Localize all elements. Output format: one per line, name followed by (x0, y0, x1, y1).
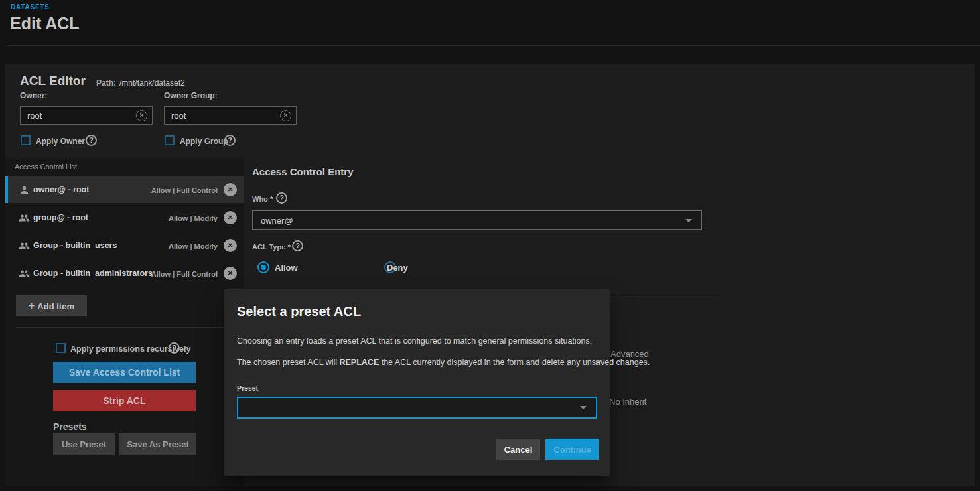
entry-permission: Allow | Modify (169, 214, 218, 222)
apply-owner-checkbox[interactable] (21, 135, 31, 145)
no-inherit-radio-label: No Inherit (609, 397, 646, 407)
apply-group-label: Apply Group (180, 137, 228, 146)
page-title: Edit ACL (10, 14, 80, 33)
save-as-preset-button[interactable]: Save As Preset (119, 433, 196, 455)
apply-recursively-checkbox[interactable] (56, 343, 66, 353)
acl-type-label: ACL Type * (252, 243, 291, 251)
user-icon (19, 184, 30, 196)
list-item[interactable]: Group - builtin_administratorsAllow | Fu… (5, 260, 244, 287)
divider (16, 327, 234, 328)
preset-select[interactable] (237, 397, 597, 419)
plus-icon: + (29, 300, 35, 311)
apply-group-checkbox[interactable] (165, 135, 175, 145)
delete-icon[interactable]: ✕ (224, 267, 237, 280)
group-icon (19, 212, 30, 224)
entry-name: Group - builtin_users (33, 241, 117, 250)
entry-name: owner@ - root (33, 185, 89, 194)
save-acl-button[interactable]: Save Access Control List (53, 362, 196, 383)
apply-owner-label: Apply Owner (36, 137, 85, 146)
acl-list-heading: Access Control List (15, 163, 77, 171)
strip-acl-button[interactable]: Strip ACL (53, 390, 196, 411)
list-item[interactable]: group@ - rootAllow | Modify✕ (5, 204, 244, 231)
dialog-body-line1: Choosing an entry loads a preset ACL tha… (237, 336, 592, 346)
use-preset-button[interactable]: Use Preset (53, 433, 115, 455)
allow-radio-label: Allow (275, 263, 298, 273)
entry-name: group@ - root (33, 213, 88, 222)
deny-radio-label: Deny (387, 263, 408, 273)
help-icon[interactable]: ? (292, 240, 303, 251)
path-label: Path: (96, 78, 116, 88)
help-icon[interactable]: ? (276, 192, 287, 204)
entry-permission: Allow | Modify (169, 242, 218, 250)
dialog-body-line2: The chosen preset ACL will REPLACE the A… (237, 358, 650, 367)
group-icon (19, 268, 30, 279)
select-preset-acl-dialog: Select a preset ACL Choosing an entry lo… (224, 289, 610, 476)
owner-label: Owner: (20, 91, 47, 100)
help-icon[interactable]: ? (169, 342, 180, 354)
allow-radio[interactable] (257, 261, 269, 273)
owner-group-input[interactable] (164, 106, 297, 125)
clear-owner-icon[interactable]: ✕ (136, 110, 147, 121)
entry-name: Group - builtin_administrators (33, 269, 153, 278)
presets-heading: Presets (53, 421, 87, 432)
cancel-button[interactable]: Cancel (496, 439, 540, 460)
chevron-down-icon (580, 406, 587, 409)
dialog-title: Select a preset ACL (237, 304, 361, 319)
divider (610, 295, 717, 295)
delete-icon[interactable]: ✕ (224, 239, 237, 252)
acl-editor-heading: ACL Editor (20, 74, 86, 88)
group-icon (19, 240, 30, 251)
breadcrumb[interactable]: DATASETS (11, 3, 50, 11)
list-item[interactable]: owner@ - rootAllow | Full Control✕ (5, 176, 244, 203)
acl-list: owner@ - rootAllow | Full Control✕group@… (5, 176, 244, 288)
ace-heading: Access Control Entry (252, 166, 354, 177)
help-icon[interactable]: ? (224, 135, 236, 146)
delete-icon[interactable]: ✕ (224, 211, 237, 224)
path-value: /mnt/tank/dataset2 (119, 78, 185, 88)
help-icon[interactable]: ? (86, 135, 97, 146)
preset-label: Preset (237, 384, 258, 392)
header-divider (8, 45, 980, 46)
who-select-value: owner@ (261, 216, 293, 226)
owner-group-label: Owner Group: (164, 91, 218, 100)
list-item[interactable]: Group - builtin_usersAllow | Modify✕ (5, 232, 244, 259)
chevron-down-icon (685, 219, 692, 222)
acl-list-panel: Access Control List owner@ - rootAllow |… (5, 158, 244, 486)
continue-button[interactable]: Continue (545, 439, 599, 460)
owner-input[interactable] (20, 106, 153, 125)
clear-owner-group-icon[interactable]: ✕ (280, 110, 291, 121)
entry-permission: Allow | Full Control (151, 270, 218, 278)
add-item-button[interactable]: +Add Item (16, 295, 87, 316)
who-label: Who * (252, 195, 273, 203)
who-select[interactable]: owner@ (252, 210, 702, 230)
entry-permission: Allow | Full Control (151, 186, 218, 194)
delete-icon[interactable]: ✕ (224, 183, 237, 196)
